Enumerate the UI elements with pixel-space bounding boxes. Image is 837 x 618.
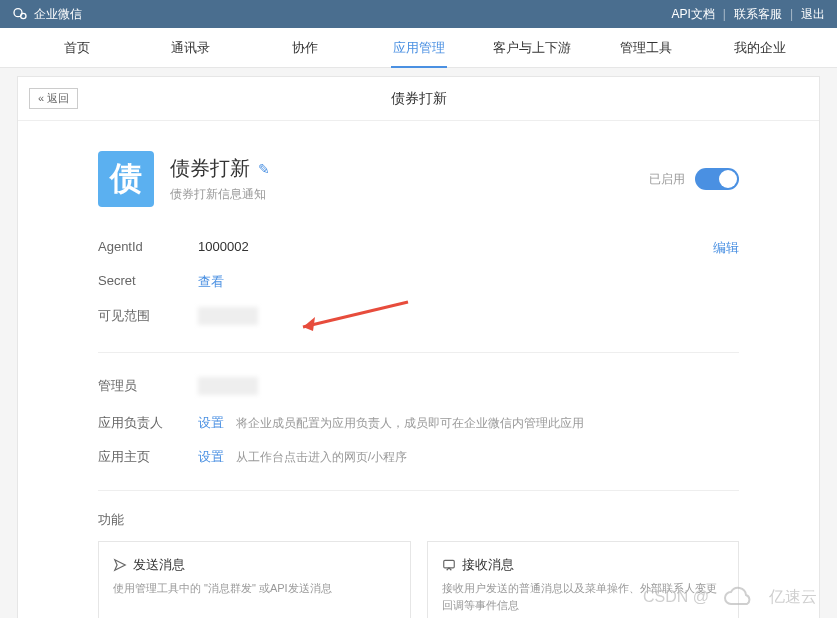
enabled-label: 已启用	[649, 171, 685, 188]
home-hint: 从工作台点击进入的网页/小程序	[236, 450, 407, 464]
enable-toggle[interactable]	[695, 168, 739, 190]
card-send-title: 发送消息	[133, 556, 185, 574]
admin-value-redacted	[198, 377, 258, 395]
admin-label: 管理员	[98, 377, 198, 395]
agentid-label: AgentId	[98, 239, 198, 254]
agentid-value: 1000002	[198, 239, 713, 254]
nav-collab[interactable]: 协作	[248, 28, 362, 68]
send-icon	[113, 558, 127, 572]
svg-point-1	[21, 13, 26, 18]
svg-rect-2	[443, 560, 454, 568]
nav-home[interactable]: 首页	[20, 28, 134, 68]
link-contact[interactable]: 联系客服	[734, 6, 782, 23]
brand-text: 企业微信	[34, 6, 82, 23]
nav-company[interactable]: 我的企业	[703, 28, 817, 68]
divider	[98, 352, 739, 353]
scope-value-redacted	[198, 307, 258, 325]
wechat-work-icon	[12, 6, 28, 22]
edit-name-icon[interactable]: ✎	[258, 161, 270, 177]
nav-tools[interactable]: 管理工具	[589, 28, 703, 68]
page-title: 债券打新	[18, 90, 819, 108]
secret-label: Secret	[98, 273, 198, 288]
brand-area: 企业微信	[12, 6, 82, 23]
nav-customer[interactable]: 客户与上下游	[475, 28, 589, 68]
app-desc: 债券打新信息通知	[170, 186, 649, 203]
owner-set-link[interactable]: 设置	[198, 415, 224, 430]
owner-label: 应用负责人	[98, 414, 198, 432]
nav-apps[interactable]: 应用管理	[362, 28, 476, 68]
scope-label: 可见范围	[98, 307, 198, 325]
watermark-yisu: 亿速云	[769, 587, 817, 608]
global-topbar: 企业微信 API文档 | 联系客服 | 退出	[0, 0, 837, 28]
home-label: 应用主页	[98, 448, 198, 466]
card-send-message: 发送消息 使用管理工具中的 "消息群发" 或API发送消息 发消息 历史消息	[98, 541, 411, 618]
watermark: CSDN @ 亿速云	[643, 586, 817, 608]
app-icon: 债	[98, 151, 154, 207]
app-name: 债券打新	[170, 155, 250, 182]
watermark-csdn: CSDN @	[643, 588, 709, 606]
app-detail-panel: « 返回 债券打新 债 债券打新 ✎ 债券打新信息通知 已启用 AgentId …	[17, 76, 820, 618]
nav-contacts[interactable]: 通讯录	[134, 28, 248, 68]
back-button[interactable]: « 返回	[29, 88, 78, 109]
chat-icon	[442, 558, 456, 572]
topbar-links: API文档 | 联系客服 | 退出	[671, 6, 825, 23]
func-title: 功能	[18, 511, 819, 529]
cloud-icon	[723, 586, 755, 608]
card-send-desc: 使用管理工具中的 "消息群发" 或API发送消息	[113, 580, 396, 614]
divider	[98, 490, 739, 491]
card-recv-title: 接收消息	[462, 556, 514, 574]
link-api-docs[interactable]: API文档	[671, 6, 714, 23]
home-set-link[interactable]: 设置	[198, 449, 224, 464]
edit-link[interactable]: 编辑	[713, 239, 739, 257]
main-nav: 首页 通讯录 协作 应用管理 客户与上下游 管理工具 我的企业	[0, 28, 837, 68]
link-logout[interactable]: 退出	[801, 6, 825, 23]
view-secret-link[interactable]: 查看	[198, 274, 224, 289]
owner-hint: 将企业成员配置为应用负责人，成员即可在企业微信内管理此应用	[236, 416, 584, 430]
